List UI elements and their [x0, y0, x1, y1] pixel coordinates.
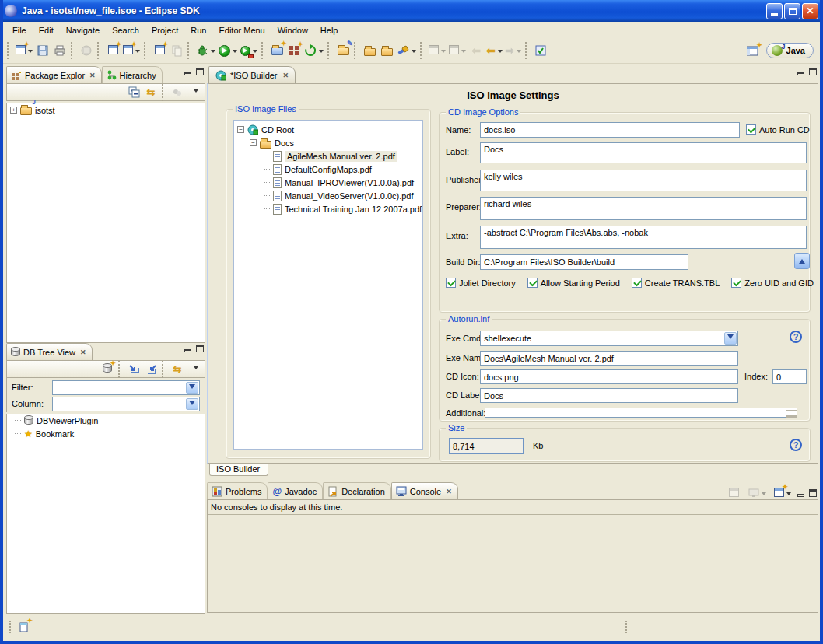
- export-button[interactable]: [142, 360, 159, 379]
- previous-annotation-button[interactable]: [447, 41, 468, 60]
- help-button[interactable]: ?: [790, 439, 802, 451]
- open-perspective-button[interactable]: ✦: [744, 41, 762, 60]
- filters-button[interactable]: [169, 83, 186, 102]
- new-database-button[interactable]: ✦: [99, 360, 116, 379]
- open-task-button[interactable]: ✎: [334, 41, 352, 60]
- back-button[interactable]: ⇦: [485, 41, 504, 60]
- tree-item-dbviewerplugin[interactable]: DBViewerPlugin: [7, 414, 205, 427]
- menu-editor-menu[interactable]: Editor Menu: [212, 23, 271, 37]
- menu-file[interactable]: File: [6, 23, 33, 37]
- forward-button[interactable]: ⇨: [504, 41, 524, 60]
- junit-button[interactable]: ✦: [285, 41, 303, 60]
- view-maximize-icon[interactable]: [196, 345, 204, 352]
- tab-db-tree-view[interactable]: DB Tree View ✕: [6, 343, 93, 360]
- toolbar-handle[interactable]: [261, 42, 264, 59]
- tree-item-isotst[interactable]: + J isotst: [7, 103, 205, 117]
- menu-edit[interactable]: Edit: [33, 23, 60, 37]
- tree-item-file[interactable]: Manual_IPROViewer(V1.0.0a).pdf: [234, 176, 422, 189]
- menu-window[interactable]: Window: [271, 23, 314, 37]
- cd-label-field[interactable]: [480, 388, 738, 403]
- view-minimize-icon[interactable]: [184, 72, 191, 75]
- editor-maximize-icon[interactable]: [809, 68, 817, 75]
- import-button[interactable]: [125, 360, 142, 379]
- exe-cmd-combobox[interactable]: shellexecute: [480, 331, 738, 346]
- import-wizard-button[interactable]: ✦: [268, 41, 285, 60]
- tree-item-cd-root[interactable]: − CD Root: [234, 123, 422, 136]
- menu-run[interactable]: Run: [184, 23, 212, 37]
- tree-item-docs-folder[interactable]: − Docs: [234, 136, 422, 149]
- field-grip-icon[interactable]: [786, 410, 797, 415]
- tree-item-bookmark[interactable]: ★ Bookmark: [7, 427, 205, 440]
- last-edit-location-button[interactable]: ⇦: [468, 41, 485, 60]
- tab-iso-builder-editor[interactable]: *ISO Builder ✕: [208, 66, 296, 83]
- preparer-field[interactable]: richard wiles: [480, 197, 807, 220]
- run-button[interactable]: [217, 41, 239, 60]
- refresh-button[interactable]: [303, 41, 325, 60]
- toolbar-handle[interactable]: [144, 42, 147, 59]
- scroll-up-button[interactable]: [794, 253, 810, 269]
- allow-starting-period-checkbox[interactable]: Allow Starting Period: [527, 278, 620, 288]
- close-icon[interactable]: ✕: [89, 72, 96, 79]
- statusbar-handle[interactable]: [625, 621, 627, 633]
- zero-uid-gid-checkbox[interactable]: Zero UID and GID: [731, 278, 814, 288]
- menu-project[interactable]: Project: [145, 23, 184, 37]
- view-menu-button[interactable]: [186, 83, 203, 102]
- view-minimize-icon[interactable]: [184, 349, 191, 352]
- toolbar-handle[interactable]: [525, 42, 528, 59]
- view-menu-button[interactable]: [186, 360, 203, 379]
- open-project-button[interactable]: [378, 41, 395, 60]
- toolbar-handle[interactable]: [187, 42, 191, 59]
- external-tools-button[interactable]: [239, 41, 259, 60]
- expander-icon[interactable]: −: [237, 126, 244, 133]
- close-button[interactable]: ✕: [802, 3, 818, 19]
- copy-qualified-name-button[interactable]: [168, 41, 185, 60]
- name-field[interactable]: [480, 122, 740, 138]
- print-button[interactable]: [51, 41, 68, 60]
- tab-javadoc[interactable]: @ Javadoc: [268, 482, 323, 499]
- new-class-button[interactable]: ✦: [151, 41, 168, 60]
- tab-console[interactable]: Console ✕: [391, 482, 458, 499]
- cd-icon-field[interactable]: [480, 369, 738, 384]
- build-dir-field[interactable]: [480, 254, 688, 270]
- menu-help[interactable]: Help: [314, 23, 345, 37]
- open-resource-button[interactable]: [361, 41, 378, 60]
- view-minimize-icon[interactable]: [797, 494, 804, 497]
- tree-item-file[interactable]: Technical Training Jan 12 2007a.pdf: [234, 202, 422, 215]
- dropdown-button[interactable]: [724, 332, 737, 345]
- java-perspective-button[interactable]: Java: [766, 43, 814, 58]
- create-trans-tbl-checkbox[interactable]: Create TRANS.TBL: [632, 278, 720, 288]
- search-button[interactable]: [395, 41, 418, 60]
- tab-iso-builder-page[interactable]: ISO Builder: [209, 464, 268, 476]
- link-with-editor-button[interactable]: ⇆: [142, 83, 159, 102]
- next-annotation-button[interactable]: [427, 41, 447, 60]
- new-java-project-button[interactable]: ✦: [104, 41, 121, 60]
- view-maximize-icon[interactable]: [196, 68, 204, 75]
- tab-package-explorer[interactable]: Package Explor ✕: [6, 66, 102, 83]
- view-maximize-icon[interactable]: [809, 489, 817, 497]
- toolbar-handle[interactable]: [420, 42, 423, 59]
- collapse-all-button[interactable]: [125, 83, 142, 102]
- close-icon[interactable]: ✕: [446, 488, 452, 495]
- tab-declaration[interactable]: Declaration: [323, 482, 391, 499]
- save-button[interactable]: [34, 41, 51, 60]
- index-field[interactable]: [772, 369, 807, 384]
- debug-button[interactable]: [194, 41, 217, 60]
- minimize-button[interactable]: [766, 3, 783, 19]
- menu-search[interactable]: Search: [106, 23, 145, 37]
- tab-problems[interactable]: Problems: [207, 482, 268, 499]
- build-all-button[interactable]: [78, 41, 95, 60]
- maximize-button[interactable]: [784, 3, 800, 19]
- auto-run-cd-checkbox[interactable]: Auto Run CD: [746, 124, 810, 135]
- column-combobox[interactable]: [52, 397, 200, 411]
- exe-name-field[interactable]: [480, 351, 738, 366]
- tree-item-file[interactable]: Manual_VideoServer(V1.0.0c).pdf: [234, 189, 422, 202]
- tab-hierarchy[interactable]: Hierarchy: [102, 66, 163, 83]
- help-button[interactable]: ?: [790, 331, 802, 343]
- validate-button[interactable]: [532, 41, 549, 60]
- close-icon[interactable]: ✕: [283, 72, 289, 79]
- fast-view-button[interactable]: ✦: [16, 618, 33, 636]
- toolbar-handle[interactable]: [71, 42, 74, 59]
- filter-combobox[interactable]: [52, 380, 200, 395]
- expander-icon[interactable]: +: [10, 107, 17, 114]
- publisher-field[interactable]: kelly wiles: [480, 170, 807, 191]
